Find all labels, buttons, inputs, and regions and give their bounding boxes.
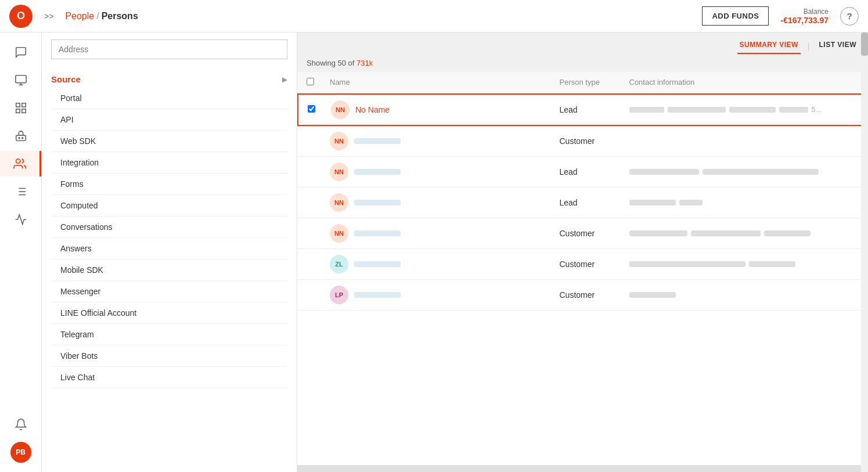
person-avatar: ZL — [330, 255, 348, 273]
sidebar-icon-people[interactable] — [0, 151, 41, 176]
person-type-cell: Customer — [560, 260, 629, 269]
contact-info-cell — [629, 169, 859, 175]
source-filter-item[interactable]: Viber Bots — [51, 345, 287, 367]
sidebar-icon-reports[interactable] — [8, 179, 34, 204]
contact-info-bar — [629, 200, 676, 206]
person-name-cell: NNNo Name — [331, 100, 560, 119]
svg-point-11 — [21, 138, 23, 139]
balance-label: Balance — [780, 8, 829, 16]
person-type-cell: Customer — [560, 229, 629, 238]
svg-rect-8 — [16, 109, 19, 113]
help-button[interactable]: ? — [840, 7, 859, 26]
filter-panel: Source ▶ PortalAPIWeb SDKIntegrationForm… — [42, 33, 297, 472]
contact-info-column-header: Contact information — [629, 78, 859, 87]
contact-info-cell — [629, 230, 859, 236]
summary-view-button[interactable]: SUMMARY VIEW — [737, 39, 801, 54]
source-filter-item[interactable]: Conversations — [51, 217, 287, 238]
svg-point-13 — [16, 159, 20, 163]
table-rows: NNNo NameLead5...NNCustomerNNLeadNNLeadN… — [297, 93, 868, 311]
source-filter-item[interactable]: Computed — [51, 195, 287, 217]
svg-rect-9 — [16, 135, 26, 140]
sidebar-icon-campaigns[interactable] — [8, 95, 34, 121]
filter-address-box — [42, 33, 297, 64]
app-logo[interactable]: O — [9, 5, 33, 28]
source-filter-item[interactable]: Integration — [51, 152, 287, 174]
right-scrollbar-thumb[interactable] — [861, 33, 868, 56]
source-filter-item[interactable]: Telegram — [51, 324, 287, 345]
contact-info-cell: 5... — [629, 106, 858, 114]
source-filter-item[interactable]: LINE Official Account — [51, 302, 287, 324]
source-filter-item[interactable]: Live Chat — [51, 367, 287, 388]
view-separator: | — [808, 39, 810, 54]
contact-info-cell — [629, 261, 859, 267]
contact-info-bar — [629, 169, 699, 175]
select-all-checkbox[interactable] — [307, 78, 314, 85]
table-row[interactable]: NNCustomer — [297, 218, 868, 249]
breadcrumb: People / Persons — [65, 11, 138, 21]
contact-truncated: 5... — [812, 106, 822, 114]
sidebar-icon-notifications[interactable] — [8, 412, 34, 437]
left-sidebar: PB — [0, 33, 42, 472]
source-filter-item[interactable]: Portal — [51, 88, 287, 109]
sidebar-icon-bots[interactable] — [8, 123, 34, 149]
user-avatar[interactable]: PB — [10, 442, 31, 463]
source-arrow-icon: ▶ — [282, 75, 287, 84]
source-filter-item[interactable]: Messenger — [51, 281, 287, 302]
sidebar-icon-code[interactable] — [8, 67, 34, 93]
source-filter-item[interactable]: Web SDK — [51, 131, 287, 152]
name-column-header: Name — [330, 78, 560, 87]
table-header: Name Person type Contact information — [297, 72, 868, 93]
contact-info-bar — [749, 261, 795, 267]
table-row[interactable]: NNLead — [297, 157, 868, 188]
main-content: SUMMARY VIEW | LIST VIEW Showing 50 of 7… — [297, 33, 868, 472]
contact-info-bar — [691, 230, 761, 236]
sidebar-icon-analytics[interactable] — [8, 207, 34, 232]
svg-rect-2 — [15, 75, 26, 83]
person-name-blurred — [354, 292, 401, 298]
collapse-sidebar-button[interactable]: >> — [39, 9, 58, 23]
person-name-blurred — [354, 261, 401, 267]
checkbox-header — [307, 78, 330, 87]
person-name-cell: NN — [330, 193, 560, 212]
sidebar-bottom: PB — [8, 412, 34, 472]
address-input[interactable] — [51, 39, 287, 59]
person-name-cell: NN — [330, 163, 560, 181]
person-type-cell: Customer — [560, 136, 629, 146]
contact-info-bar — [629, 230, 687, 236]
table-row[interactable]: NNCustomer — [297, 126, 868, 157]
person-name-link[interactable]: No Name — [355, 105, 390, 114]
list-view-button[interactable]: LIST VIEW — [817, 39, 859, 54]
add-funds-button[interactable]: ADD FUNDS — [702, 6, 769, 26]
source-items-list: PortalAPIWeb SDKIntegrationFormsComputed… — [51, 88, 287, 388]
view-toggle-toolbar: SUMMARY VIEW | LIST VIEW — [297, 33, 868, 59]
table-row[interactable]: LPCustomer — [297, 280, 868, 311]
contact-info-bar — [779, 107, 808, 113]
source-filter-item[interactable]: Answers — [51, 238, 287, 260]
svg-rect-5 — [16, 103, 19, 107]
breadcrumb-separator: / — [96, 11, 99, 21]
table-row[interactable]: ZLCustomer — [297, 249, 868, 280]
person-avatar: NN — [330, 163, 348, 181]
row-checkbox — [308, 105, 331, 115]
right-scrollbar[interactable] — [861, 33, 868, 472]
people-table: Name Person type Contact information NNN… — [297, 72, 868, 465]
breadcrumb-people[interactable]: People — [65, 11, 94, 21]
person-name-cell: NN — [330, 132, 560, 150]
contact-info-cell — [629, 292, 859, 298]
source-filter-item[interactable]: API — [51, 109, 287, 131]
person-name-blurred — [354, 138, 401, 144]
source-filter-item[interactable]: Forms — [51, 174, 287, 195]
person-avatar: NN — [331, 100, 350, 119]
sidebar-icon-chat[interactable] — [8, 39, 34, 65]
contact-info-bar — [668, 107, 726, 113]
person-name-blurred — [354, 200, 401, 206]
source-section-header[interactable]: Source ▶ — [51, 71, 287, 88]
person-name-blurred — [354, 169, 401, 175]
showing-count-link[interactable]: 731k — [356, 59, 373, 67]
source-filter-item[interactable]: Mobile SDK — [51, 260, 287, 281]
row-checkbox-input[interactable] — [308, 105, 315, 113]
contact-info-cell — [629, 200, 859, 206]
svg-rect-7 — [21, 109, 25, 113]
table-row[interactable]: NNLead — [297, 188, 868, 218]
table-row[interactable]: NNNo NameLead5... — [297, 93, 868, 126]
